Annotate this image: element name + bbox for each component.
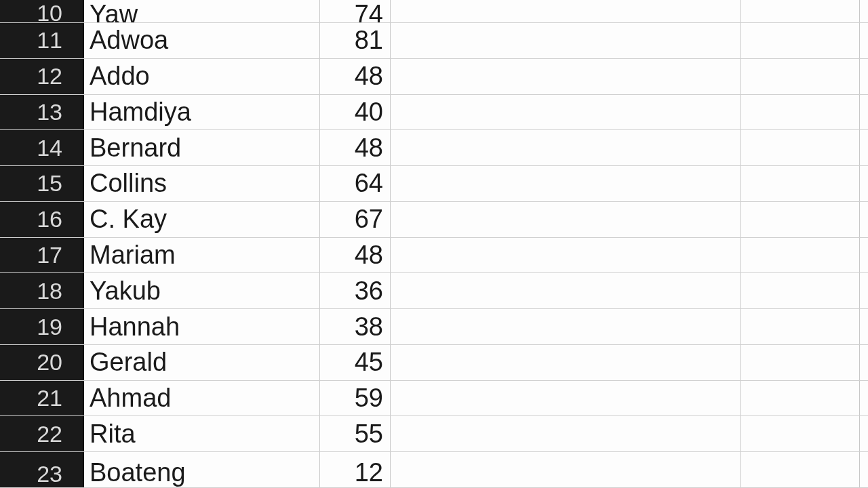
cell-value[interactable]: 48 — [320, 59, 391, 94]
cell-name[interactable]: Rita — [84, 416, 320, 451]
cell-name[interactable]: Boateng — [84, 452, 320, 487]
cell-value[interactable]: 36 — [320, 273, 391, 308]
cell-empty[interactable] — [741, 202, 860, 237]
cell-value[interactable]: 12 — [320, 452, 391, 487]
cell-name[interactable]: Mariam — [84, 238, 320, 273]
cell-empty[interactable] — [391, 452, 741, 487]
cell-empty[interactable] — [741, 238, 860, 273]
row-header[interactable]: 17 — [0, 238, 84, 273]
table-row: 17 Mariam 48 — [0, 238, 868, 274]
cell-name[interactable]: C. Kay — [84, 202, 320, 237]
cell-empty[interactable] — [391, 381, 741, 416]
cell-name[interactable]: Collins — [84, 166, 320, 201]
table-row: 15 Collins 64 — [0, 166, 868, 202]
cell-empty[interactable] — [741, 273, 860, 308]
row-header[interactable]: 11 — [0, 23, 84, 58]
table-row: 13 Hamdiya 40 — [0, 95, 868, 131]
row-header[interactable]: 15 — [0, 166, 84, 201]
cell-value[interactable]: 40 — [320, 95, 391, 130]
row-header[interactable]: 20 — [0, 345, 84, 380]
cell-empty[interactable] — [391, 345, 741, 380]
row-header[interactable]: 23 — [0, 452, 84, 487]
table-row: 14 Bernard 48 — [0, 130, 868, 166]
cell-value[interactable]: 74 — [320, 0, 391, 22]
cell-name[interactable]: Hannah — [84, 309, 320, 344]
cell-empty[interactable] — [741, 309, 860, 344]
table-row: 12 Addo 48 — [0, 59, 868, 95]
cell-empty[interactable] — [391, 273, 741, 308]
cell-empty[interactable] — [741, 59, 860, 94]
cell-name[interactable]: Yaw — [84, 0, 320, 22]
row-header[interactable]: 19 — [0, 309, 84, 344]
table-row: 16 C. Kay 67 — [0, 202, 868, 238]
cell-empty[interactable] — [741, 345, 860, 380]
cell-value[interactable]: 55 — [320, 416, 391, 451]
table-row: 19 Hannah 38 — [0, 309, 868, 345]
cell-name[interactable]: Addo — [84, 59, 320, 94]
table-row: 23 Boateng 12 — [0, 452, 868, 488]
cell-empty[interactable] — [391, 202, 741, 237]
row-header[interactable]: 16 — [0, 202, 84, 237]
cell-empty[interactable] — [741, 166, 860, 201]
cell-empty[interactable] — [391, 238, 741, 273]
cell-empty[interactable] — [391, 309, 741, 344]
cell-value[interactable]: 81 — [320, 23, 391, 58]
spreadsheet-grid[interactable]: 10 Yaw 74 11 Adwoa 81 12 Addo 48 13 Hamd… — [0, 0, 868, 488]
cell-empty[interactable] — [391, 23, 741, 58]
cell-empty[interactable] — [741, 23, 860, 58]
cell-empty[interactable] — [741, 416, 860, 451]
row-header[interactable]: 10 — [0, 0, 84, 22]
cell-empty[interactable] — [741, 95, 860, 130]
cell-value[interactable]: 38 — [320, 309, 391, 344]
cell-value[interactable]: 64 — [320, 166, 391, 201]
cell-value[interactable]: 48 — [320, 130, 391, 165]
table-row: 18 Yakub 36 — [0, 273, 868, 309]
table-row: 20 Gerald 45 — [0, 345, 868, 381]
cell-name[interactable]: Adwoa — [84, 23, 320, 58]
row-header[interactable]: 13 — [0, 95, 84, 130]
table-row: 10 Yaw 74 — [0, 0, 868, 23]
table-row: 22 Rita 55 — [0, 416, 868, 452]
cell-empty[interactable] — [741, 130, 860, 165]
cell-empty[interactable] — [391, 0, 741, 22]
cell-value[interactable]: 45 — [320, 345, 391, 380]
cell-empty[interactable] — [391, 166, 741, 201]
cell-empty[interactable] — [391, 95, 741, 130]
cell-name[interactable]: Yakub — [84, 273, 320, 308]
cell-empty[interactable] — [741, 0, 860, 22]
row-header[interactable]: 22 — [0, 416, 84, 451]
table-row: 11 Adwoa 81 — [0, 23, 868, 59]
row-header[interactable]: 14 — [0, 130, 84, 165]
cell-name[interactable]: Ahmad — [84, 381, 320, 416]
row-header[interactable]: 12 — [0, 59, 84, 94]
table-row: 21 Ahmad 59 — [0, 381, 868, 417]
cell-empty[interactable] — [741, 381, 860, 416]
cell-value[interactable]: 59 — [320, 381, 391, 416]
cell-empty[interactable] — [391, 416, 741, 451]
cell-value[interactable]: 67 — [320, 202, 391, 237]
cell-empty[interactable] — [391, 130, 741, 165]
cell-value[interactable]: 48 — [320, 238, 391, 273]
row-header[interactable]: 18 — [0, 273, 84, 308]
cell-name[interactable]: Bernard — [84, 130, 320, 165]
cell-empty[interactable] — [741, 452, 860, 487]
row-header[interactable]: 21 — [0, 381, 84, 416]
cell-name[interactable]: Gerald — [84, 345, 320, 380]
cell-name[interactable]: Hamdiya — [84, 95, 320, 130]
cell-empty[interactable] — [391, 59, 741, 94]
